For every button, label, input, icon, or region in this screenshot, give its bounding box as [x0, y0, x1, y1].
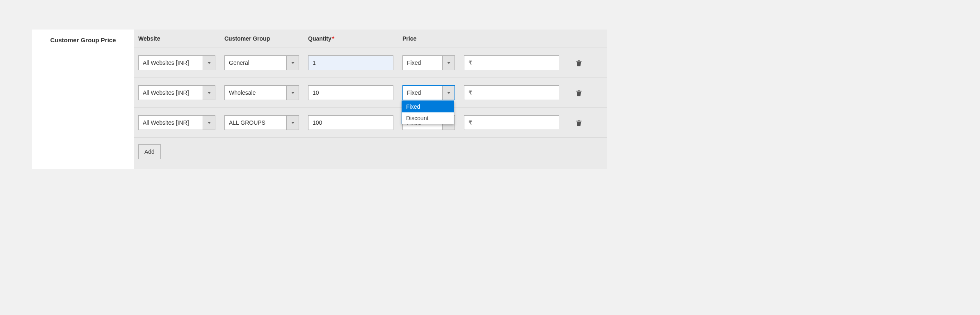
col-header-quantity-text: Quantity	[308, 35, 331, 42]
price-type-dropdown-listbox: Fixed Discount	[402, 100, 454, 124]
col-header-website: Website	[138, 35, 215, 42]
chevron-down-icon	[208, 92, 211, 94]
chevron-down-icon	[291, 122, 295, 124]
quantity-input[interactable]: 100	[308, 115, 393, 130]
table-row: All Websites [INR] Wholesale 10 Fixed ₹ …	[134, 78, 607, 108]
col-header-customer-group: Customer Group	[224, 35, 299, 42]
add-button[interactable]: Add	[138, 144, 161, 159]
trash-icon	[575, 89, 583, 96]
price-input[interactable]: ₹	[464, 115, 559, 130]
delete-row-button[interactable]	[571, 119, 586, 126]
col-header-quantity: Quantity*	[308, 35, 393, 42]
trash-icon	[575, 119, 583, 126]
currency-symbol: ₹	[468, 59, 472, 66]
table-row: All Websites [INR] ALL GROUPS 100 Fixed …	[134, 108, 607, 138]
chevron-down-icon	[208, 62, 211, 64]
chevron-down-icon	[208, 122, 211, 124]
website-select-value: All Websites [INR]	[139, 56, 203, 70]
dropdown-option-discount[interactable]: Discount	[402, 112, 454, 124]
chevron-down-icon	[447, 62, 450, 64]
price-type-select-button[interactable]	[442, 56, 455, 70]
price-type-select[interactable]: Fixed	[402, 55, 455, 70]
table-row: All Websites [INR] General 1 Fixed ₹	[134, 48, 607, 78]
website-select-button[interactable]	[203, 116, 215, 130]
price-type-select[interactable]: Fixed	[402, 85, 455, 100]
grid-header-row: Website Customer Group Quantity* Price	[134, 30, 607, 48]
quantity-input[interactable]: 1	[308, 55, 393, 70]
customer-group-select-value: General	[225, 56, 286, 70]
website-select-button[interactable]	[203, 86, 215, 100]
col-header-price: Price	[402, 35, 542, 42]
price-input[interactable]: ₹	[464, 55, 559, 70]
website-select-button[interactable]	[203, 56, 215, 70]
customer-group-select[interactable]: ALL GROUPS	[224, 115, 299, 130]
customer-group-price-panel: Customer Group Price Website Customer Gr…	[32, 30, 607, 169]
website-select[interactable]: All Websites [INR]	[138, 55, 215, 70]
pricing-grid: Website Customer Group Quantity* Price A…	[134, 30, 607, 169]
currency-symbol: ₹	[468, 89, 472, 96]
chevron-down-icon	[291, 92, 295, 94]
price-type-select-button[interactable]	[442, 86, 455, 100]
website-select[interactable]: All Websites [INR]	[138, 115, 215, 130]
trash-icon	[575, 59, 583, 66]
price-type-select-value: Fixed	[403, 86, 442, 100]
customer-group-select-button[interactable]	[286, 86, 299, 100]
dropdown-option-fixed[interactable]: Fixed	[402, 101, 454, 112]
customer-group-select-value: ALL GROUPS	[225, 116, 286, 130]
customer-group-select-button[interactable]	[286, 56, 299, 70]
add-row-container: Add	[134, 138, 607, 162]
website-select-value: All Websites [INR]	[139, 86, 203, 100]
customer-group-select-value: Wholesale	[225, 86, 286, 100]
price-type-select-value: Fixed	[403, 56, 442, 70]
chevron-down-icon	[291, 62, 295, 64]
required-asterisk: *	[332, 35, 334, 42]
delete-row-button[interactable]	[571, 89, 586, 96]
delete-row-button[interactable]	[571, 59, 586, 66]
quantity-input[interactable]: 10	[308, 85, 393, 100]
chevron-down-icon	[447, 92, 450, 94]
section-label: Customer Group Price	[50, 37, 116, 43]
customer-group-select-button[interactable]	[286, 116, 299, 130]
currency-symbol: ₹	[468, 119, 472, 126]
price-input[interactable]: ₹	[464, 85, 559, 100]
customer-group-select[interactable]: Wholesale	[224, 85, 299, 100]
website-select-value: All Websites [INR]	[139, 116, 203, 130]
section-label-column: Customer Group Price	[32, 30, 134, 169]
website-select[interactable]: All Websites [INR]	[138, 85, 215, 100]
customer-group-select[interactable]: General	[224, 55, 299, 70]
